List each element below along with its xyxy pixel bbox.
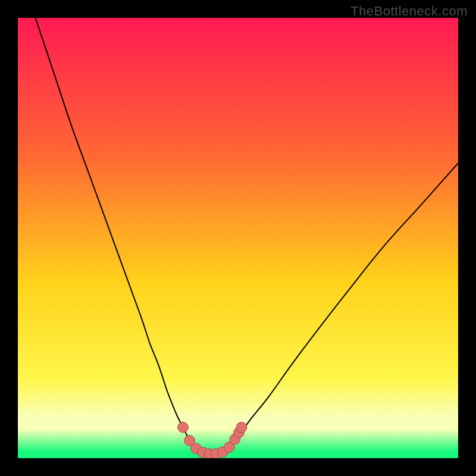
valley-marker — [178, 422, 189, 433]
chart-frame: TheBottleneck.com — [0, 0, 476, 476]
plot-area — [18, 18, 458, 458]
gradient-background — [18, 18, 458, 458]
bottleneck-plot — [18, 18, 458, 458]
watermark-label: TheBottleneck.com — [350, 4, 468, 19]
valley-marker — [236, 422, 247, 433]
